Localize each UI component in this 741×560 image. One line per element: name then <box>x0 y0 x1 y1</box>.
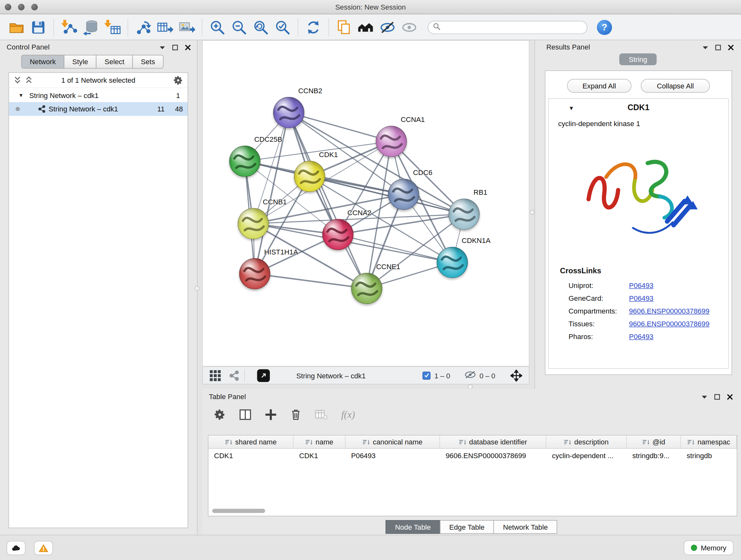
node-CCNE1[interactable] <box>351 273 382 304</box>
network-selection-summary: 1 of 1 Network selected <box>9 76 188 84</box>
crosslink-link[interactable]: 9606.ENSP00000378699 <box>629 320 710 327</box>
refresh-view-icon <box>305 18 322 36</box>
import-table-file-button[interactable] <box>102 16 123 38</box>
cloud-status-icon[interactable] <box>7 541 25 555</box>
tab-sets[interactable]: Sets <box>132 55 164 69</box>
node-CDK1[interactable] <box>294 161 325 192</box>
collapse-all-button[interactable]: Collapse All <box>641 79 710 92</box>
node-RB1[interactable] <box>448 199 480 230</box>
results-panel-close-icon[interactable] <box>727 44 735 51</box>
network-options-gear-icon[interactable] <box>173 75 184 86</box>
column-header-name[interactable]: name <box>293 435 346 448</box>
crosslink-link[interactable]: P06493 <box>629 281 654 289</box>
table-cell[interactable]: cyclin-dependent ... <box>546 449 627 462</box>
selected-indicator-checkbox[interactable] <box>422 371 430 379</box>
right-splitter-handle[interactable] <box>530 210 535 215</box>
results-panel-float-icon[interactable] <box>714 44 722 51</box>
table-cell[interactable]: CDK1 <box>293 449 346 462</box>
function-builder-fx-icon[interactable]: f(x) <box>341 409 355 421</box>
node-CCNB2[interactable] <box>273 97 305 128</box>
node-CDC6[interactable] <box>388 179 419 210</box>
import-network-database-button[interactable] <box>80 16 102 38</box>
table-panel-float-icon[interactable] <box>713 393 721 401</box>
tab-edge-table[interactable]: Edge Table <box>440 520 494 534</box>
zoom-out-button[interactable] <box>228 16 250 38</box>
import-network-file-button[interactable] <box>58 16 80 38</box>
crosslink-link[interactable]: P06493 <box>629 294 654 302</box>
table-cell[interactable]: stringdb <box>681 449 737 462</box>
create-column-plus-icon[interactable] <box>265 408 277 421</box>
tab-style[interactable]: Style <box>64 55 97 69</box>
tab-node-table[interactable]: Node Table <box>386 520 440 534</box>
search-input[interactable] <box>444 23 583 32</box>
new-network-button[interactable] <box>132 16 154 38</box>
control-panel-collapse-icon[interactable] <box>158 44 166 51</box>
zoom-selected-button[interactable] <box>272 16 293 38</box>
node-CCNB1[interactable] <box>238 208 269 240</box>
column-header-shared-name[interactable]: shared name <box>208 435 293 448</box>
network-canvas[interactable]: CCNB2CCNA1CDC25BCDK1CDC6RB1CCNB1CCNA2CDK… <box>202 40 529 367</box>
open-session-button[interactable] <box>6 16 27 38</box>
export-table-button[interactable] <box>154 16 176 38</box>
crosslinks-list: Uniprot:P06493GeneCard:P06493Compartment… <box>549 279 728 343</box>
network-collection-row[interactable]: ▼ String Network – cdk1 1 <box>9 88 188 102</box>
column-header--id[interactable]: @id <box>627 435 681 448</box>
help-button[interactable]: ? <box>597 19 612 35</box>
zoom-fit-button[interactable] <box>250 16 272 38</box>
table-cell[interactable]: stringdb:9... <box>627 449 681 462</box>
table-row[interactable]: CDK1CDK1P064939606.ENSP00000378699cyclin… <box>208 449 737 462</box>
show-columns-icon[interactable] <box>239 408 252 421</box>
column-header-database-identifier[interactable]: database identifier <box>440 435 546 448</box>
save-session-button[interactable] <box>27 16 49 38</box>
results-panel-collapse-icon[interactable] <box>701 44 709 51</box>
network-row-selected[interactable]: String Network – cdk1 11 48 <box>9 102 188 116</box>
tab-network-table[interactable]: Network Table <box>494 520 557 534</box>
node-CCNA2[interactable] <box>322 219 354 250</box>
table-panel-close-icon[interactable] <box>726 393 734 401</box>
tree-expand-caret-icon[interactable]: ▼ <box>18 92 23 98</box>
refresh-view-button[interactable] <box>302 16 324 38</box>
column-header-canonical-name[interactable]: canonical name <box>346 435 440 448</box>
control-panel-close-icon[interactable] <box>184 44 192 51</box>
delete-column-trash-icon[interactable] <box>290 408 301 421</box>
zoom-in-button[interactable] <box>206 16 228 38</box>
node-CDKN1A[interactable] <box>436 247 468 278</box>
hide-panels-button[interactable] <box>377 16 398 38</box>
search-box[interactable] <box>428 20 588 34</box>
table-cell[interactable]: CDK1 <box>208 449 293 462</box>
edge-CCNB2-CCNE1[interactable] <box>289 112 367 288</box>
table-cell[interactable]: 9606.ENSP00000378699 <box>440 449 546 462</box>
tab-string[interactable]: String <box>619 53 657 65</box>
control-panel-float-icon[interactable] <box>171 44 179 51</box>
node-label-HIST1H1A: HIST1H1A <box>264 248 298 256</box>
tab-network[interactable]: Network <box>21 55 64 69</box>
crosslink-link[interactable]: P06493 <box>629 332 654 340</box>
birdseye-view-toggle-icon[interactable] <box>257 369 270 382</box>
column-header-namespac[interactable]: namespac <box>681 435 737 448</box>
show-panels-button[interactable] <box>398 16 420 38</box>
snapshot-button[interactable] <box>333 16 355 38</box>
grid-view-icon[interactable] <box>209 369 221 381</box>
warning-status-icon[interactable] <box>34 541 53 555</box>
table-horizontal-scrollbar[interactable] <box>212 509 265 513</box>
crosslink-link[interactable]: 9606.ENSP00000378699 <box>629 307 710 315</box>
left-splitter-handle[interactable] <box>195 286 199 291</box>
table-panel-collapse-icon[interactable] <box>700 393 708 401</box>
tab-select[interactable]: Select <box>96 55 133 69</box>
network-current-dot-icon <box>16 107 20 111</box>
node-HIST1H1A[interactable] <box>239 258 270 290</box>
export-image-button[interactable] <box>176 16 198 38</box>
table-cell[interactable]: P06493 <box>346 449 440 462</box>
column-header-description[interactable]: description <box>546 435 627 448</box>
pan-move-icon[interactable] <box>510 369 522 381</box>
table-options-gear-icon[interactable] <box>213 408 226 421</box>
memory-button[interactable]: Memory <box>684 541 734 555</box>
column-sort-icon <box>362 439 369 445</box>
birdseye-button[interactable] <box>355 16 377 38</box>
network-share-icon[interactable] <box>229 370 240 381</box>
edge-HIST1H1A-CCNE1[interactable] <box>255 273 367 288</box>
network-list-header: 1 of 1 Network selected <box>9 73 188 88</box>
node-CCNA1[interactable] <box>376 126 407 157</box>
expand-all-button[interactable]: Expand All <box>567 79 631 92</box>
node-CDC25B[interactable] <box>229 145 260 177</box>
